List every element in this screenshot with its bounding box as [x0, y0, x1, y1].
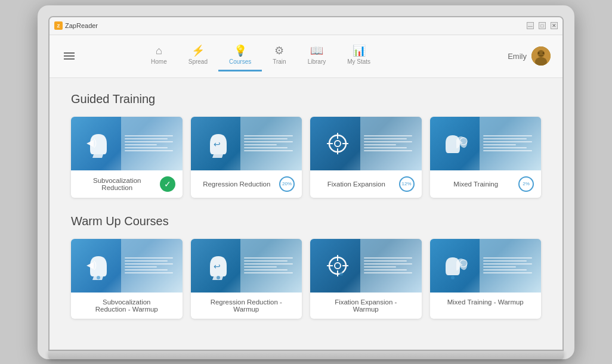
card-image-mixed-warmup [430, 239, 542, 293]
card-badge-mixed: 2% [518, 176, 534, 192]
card-image-regression: ↩ [191, 117, 302, 170]
svg-point-4 [542, 52, 544, 54]
svg-point-8 [335, 141, 341, 147]
svg-text:◀): ◀) [86, 138, 97, 148]
card-info-mixed: Mixed Training 2% [430, 170, 542, 198]
card-label-regression: Regression Reduction [198, 181, 276, 188]
card-label-regression-warmup: Regression Reduction -Warmup [198, 298, 295, 313]
top-nav: ⌂ Home ⚡ Spread 💡 Courses ⚙ Train [50, 35, 562, 78]
svg-point-20 [335, 263, 341, 269]
card-label-mixed: Mixed Training [437, 181, 515, 188]
card-regression[interactable]: ↩ Regression Reduction 20% [191, 117, 302, 198]
mixed-warmup-icon [441, 249, 474, 282]
svg-text:↩: ↩ [214, 262, 221, 271]
nav-item-home[interactable]: ⌂ Home [140, 41, 178, 71]
courses-icon: 💡 [234, 45, 247, 56]
svg-point-3 [537, 52, 539, 54]
card-label-subvocalization: SubvocalizationReduction [78, 177, 156, 191]
mixed-icon [441, 127, 474, 160]
svg-text:◀): ◀) [86, 260, 97, 270]
fixation-warmup-icon [321, 249, 354, 282]
train-icon: ⚙ [274, 45, 284, 56]
svg-text:↩: ↩ [214, 139, 221, 149]
card-image-fixation-warmup [310, 239, 422, 293]
card-label-fixation-warmup: Fixation Expansion -Warmup [317, 298, 415, 313]
subvocalization-icon: ◀) [82, 127, 115, 160]
title-bar: Z ZapReader — □ ✕ [50, 17, 562, 35]
maximize-button[interactable]: □ [539, 22, 546, 29]
card-badge-fixation: 12% [399, 176, 415, 192]
card-image-fixation [310, 117, 422, 170]
svg-point-25 [339, 272, 343, 276]
subvoc-warmup-icon: ◀) [82, 249, 115, 282]
library-icon: 📖 [310, 45, 323, 56]
svg-point-28 [451, 276, 455, 279]
main-content: Guided Training [50, 78, 562, 350]
card-image-bg-3 [360, 117, 422, 170]
card-info-regression-warmup: Regression Reduction -Warmup [191, 293, 302, 319]
card-image-regression-warmup: ↩ [191, 239, 302, 293]
card-subvocalization[interactable]: ◀) SubvocalizationReduction ✓ [71, 117, 183, 198]
card-subvocalization-warmup[interactable]: ◀) SubvocalizationReduction - Warmup [71, 239, 183, 319]
card-image-bg-w4 [480, 239, 541, 293]
minimize-button[interactable]: — [527, 22, 534, 29]
regression-warmup-icon: ↩ [202, 249, 235, 282]
fixation-icon [321, 127, 354, 160]
laptop-screen: Z ZapReader — □ ✕ ⌂ Home [48, 16, 564, 351]
card-mixed[interactable]: Mixed Training 2% [430, 117, 542, 198]
card-info-fixation: Fixation Expansion 12% [310, 170, 422, 198]
window-controls: — □ ✕ [527, 22, 558, 29]
svg-point-18 [217, 276, 220, 279]
card-fixation[interactable]: Fixation Expansion 12% [310, 117, 422, 198]
card-fixation-warmup[interactable]: Fixation Expansion -Warmup [310, 239, 422, 319]
card-icon-wrap-w4 [441, 249, 474, 282]
card-icon-wrap-2: ↩ [202, 127, 235, 160]
user-area: Emily [508, 46, 551, 66]
laptop-base [48, 351, 564, 359]
hamburger-menu[interactable] [61, 50, 77, 62]
mystats-icon: 📊 [353, 45, 366, 56]
guided-training-title: Guided Training [71, 92, 541, 106]
svg-point-16 [97, 276, 100, 279]
card-icon-wrap-4 [441, 127, 474, 160]
nav-item-mystats[interactable]: 📊 My Stats [336, 41, 381, 71]
card-image-bg-w3 [360, 239, 422, 293]
card-icon-wrap-w3 [321, 249, 354, 282]
card-badge-regression: 20% [279, 176, 295, 192]
card-icon-wrap-w1: ◀) [82, 249, 115, 282]
regression-icon: ↩ [202, 127, 235, 160]
card-image-bg-w1 [121, 239, 183, 293]
card-label-mixed-warmup: Mixed Training - Warmup [437, 298, 534, 306]
nav-item-spread[interactable]: ⚡ Spread [178, 41, 218, 71]
nav-item-courses[interactable]: 💡 Courses [218, 41, 262, 71]
close-button[interactable]: ✕ [551, 22, 558, 29]
card-label-subvoc-warmup: SubvocalizationReduction - Warmup [78, 298, 175, 313]
card-icon-wrap-3 [321, 127, 354, 160]
warmup-courses-title: Warm Up Courses [71, 214, 541, 228]
spread-icon: ⚡ [191, 45, 205, 56]
card-image-bg [121, 117, 183, 170]
nav-item-library[interactable]: 📖 Library [297, 41, 337, 71]
nav-items: ⌂ Home ⚡ Spread 💡 Courses ⚙ Train [140, 41, 381, 71]
card-image-bg-2 [240, 117, 302, 170]
card-info-subvocalization: SubvocalizationReduction ✓ [71, 170, 183, 198]
title-bar-logo: Z ZapReader [54, 21, 527, 30]
card-image-subvoc-warmup: ◀) [71, 239, 183, 293]
guided-training-grid: ◀) SubvocalizationReduction ✓ [71, 117, 541, 198]
card-image-bg-w2 [240, 239, 302, 293]
user-avatar[interactable] [531, 46, 551, 66]
card-label-fixation: Fixation Expansion [317, 181, 395, 188]
nav-item-train[interactable]: ⚙ Train [262, 41, 296, 71]
user-name: Emily [508, 52, 527, 61]
card-mixed-warmup[interactable]: Mixed Training - Warmup [430, 239, 542, 319]
card-info-fixation-warmup: Fixation Expansion -Warmup [310, 293, 422, 319]
card-regression-warmup[interactable]: ↩ Regression Reduction -Warmup [191, 239, 302, 319]
app-content: ⌂ Home ⚡ Spread 💡 Courses ⚙ Train [50, 35, 562, 350]
card-info-subvoc-warmup: SubvocalizationReduction - Warmup [71, 293, 183, 319]
laptop-frame: Z ZapReader — □ ✕ ⌂ Home [38, 5, 574, 359]
card-image-mixed [430, 117, 542, 170]
card-image-subvocalization: ◀) [71, 117, 183, 170]
card-badge-subvocalization: ✓ [160, 176, 175, 192]
app-logo-icon: Z [54, 21, 63, 30]
home-icon: ⌂ [156, 45, 162, 56]
